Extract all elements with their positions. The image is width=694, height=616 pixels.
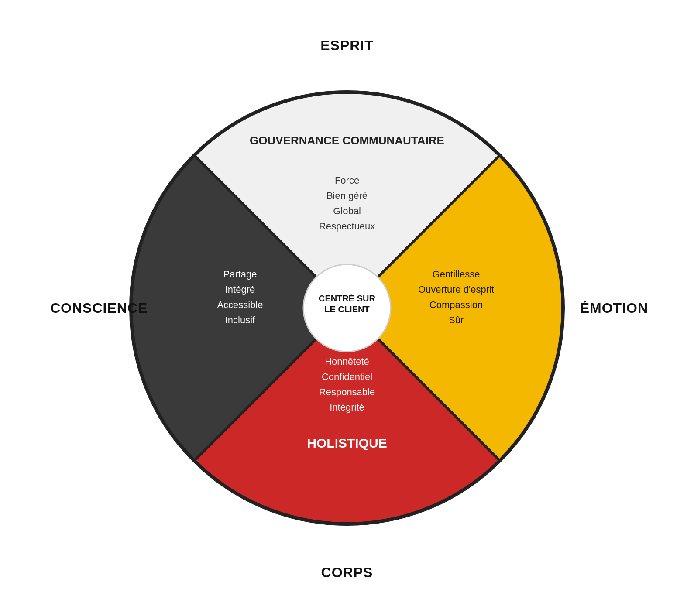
wheel-svg: CENTRÉ SUR LE CLIENT GOUVERNANCE COMMUNA… bbox=[107, 68, 587, 548]
yellow-item1: Gentillesse bbox=[433, 269, 480, 280]
label-bottom: CORPS bbox=[321, 565, 373, 581]
dark-item2: Intégré bbox=[225, 284, 255, 295]
center-line2: LE CLIENT bbox=[324, 305, 369, 314]
red-item4: Intégrité bbox=[330, 402, 364, 413]
diagram-container: ESPRIT CORPS CONSCIENCE ÉMOTION bbox=[107, 68, 587, 548]
yellow-item2: Ouverture d'esprit bbox=[418, 284, 494, 295]
label-right: ÉMOTION bbox=[580, 300, 648, 316]
label-top: ESPRIT bbox=[320, 38, 374, 54]
label-left: CONSCIENCE bbox=[50, 300, 148, 316]
white-item2: Bien géré bbox=[326, 190, 368, 201]
white-title: GOUVERNANCE COMMUNAUTAIRE bbox=[250, 134, 444, 147]
red-title: HOLISTIQUE bbox=[307, 436, 387, 450]
dark-item1: Partage bbox=[223, 269, 257, 280]
yellow-item4: Sûr bbox=[449, 315, 464, 325]
dark-item3: Accessible bbox=[217, 299, 263, 310]
red-item2: Confidentiel bbox=[322, 371, 372, 382]
white-item1: Force bbox=[335, 175, 359, 186]
red-item1: Honnêteté bbox=[325, 356, 369, 367]
white-item3: Global bbox=[333, 205, 361, 216]
center-line1: CENTRÉ SUR bbox=[319, 294, 376, 303]
dark-item4: Inclusif bbox=[225, 315, 255, 325]
yellow-item3: Compassion bbox=[429, 299, 483, 310]
white-item4: Respectueux bbox=[319, 221, 375, 232]
red-item3: Responsable bbox=[319, 387, 375, 397]
